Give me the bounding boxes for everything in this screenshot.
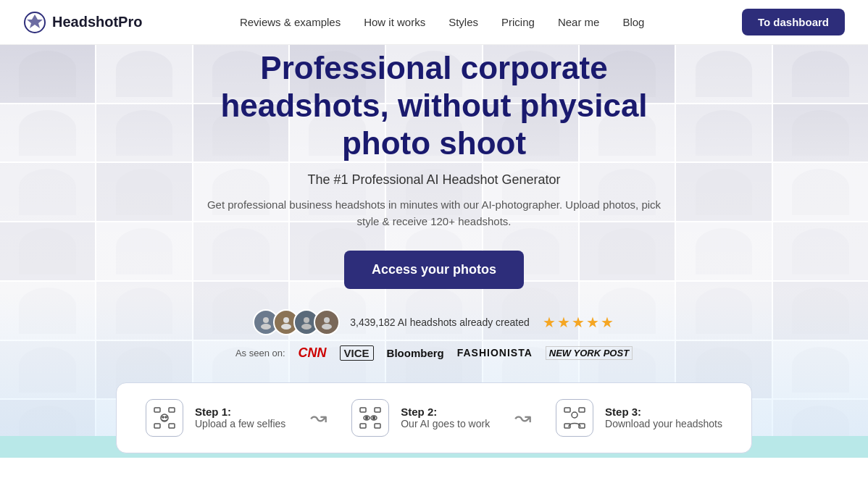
logo[interactable]: HeadshotPro xyxy=(23,11,142,34)
step-2-title: Step 2: xyxy=(401,406,490,418)
press-row: As seen on: CNN VICE Bloomberg FASHIONIS… xyxy=(199,345,669,361)
svg-point-6 xyxy=(304,317,309,323)
press-logo-cnn: CNN xyxy=(299,345,327,361)
svg-point-15 xyxy=(162,416,164,418)
step-3-title: Step 3: xyxy=(605,406,722,418)
nav-how-it-works[interactable]: How it works xyxy=(364,16,425,28)
logo-text: HeadshotPro xyxy=(52,14,142,30)
hero-subtitle: The #1 Professional AI Headshot Generato… xyxy=(199,172,669,188)
svg-rect-26 xyxy=(579,408,585,412)
star-rating: ★★★★★ xyxy=(543,314,615,331)
dashboard-button[interactable]: To dashboard xyxy=(742,9,845,35)
svg-rect-10 xyxy=(154,408,160,412)
svg-point-2 xyxy=(263,317,269,323)
avatar xyxy=(314,309,340,335)
svg-point-16 xyxy=(165,416,167,418)
svg-rect-12 xyxy=(154,424,160,428)
svg-rect-20 xyxy=(375,424,380,428)
hero-content: Professional corporate headshots, withou… xyxy=(188,49,680,360)
social-proof: 3,439,182 AI headshots already created ★… xyxy=(199,309,669,335)
svg-point-24 xyxy=(373,416,375,419)
svg-point-7 xyxy=(301,324,312,330)
person-icon xyxy=(556,399,593,437)
step-3-desc: Download your headshots xyxy=(605,418,722,429)
step-3-text: Step 3: Download your headshots xyxy=(605,406,722,429)
steps-bar: Step 1: Upload a few selfies ↝ xyxy=(116,382,752,453)
nav-pricing[interactable]: Pricing xyxy=(501,16,535,28)
svg-marker-1 xyxy=(27,14,43,28)
step-2-desc: Our AI goes to work xyxy=(401,418,490,429)
step-arrow-2: ↝ xyxy=(507,406,538,429)
hero-description: Get professional business headshots in m… xyxy=(199,196,669,230)
hero-title: Professional corporate headshots, withou… xyxy=(199,49,669,162)
svg-point-5 xyxy=(281,324,291,330)
svg-rect-13 xyxy=(169,424,175,428)
svg-point-3 xyxy=(261,324,271,330)
nav-near-me[interactable]: Near me xyxy=(558,16,600,28)
svg-rect-18 xyxy=(375,408,380,412)
header: HeadshotPro Reviews & examples How it wo… xyxy=(0,0,868,45)
svg-point-8 xyxy=(324,317,330,323)
nav-blog[interactable]: Blog xyxy=(622,16,644,28)
hero-section: Professional corporate headshots, withou… xyxy=(0,45,868,458)
press-logo-bloomberg: Bloomberg xyxy=(387,347,444,359)
logo-icon xyxy=(23,11,46,34)
svg-point-9 xyxy=(322,324,332,330)
step-arrow-1: ↝ xyxy=(303,406,334,429)
selfie-icon xyxy=(146,399,183,437)
svg-point-4 xyxy=(283,317,289,323)
press-logo-vice: VICE xyxy=(340,345,374,361)
press-logo-fashionista: FASHIONISTA xyxy=(457,347,533,358)
press-label: As seen on: xyxy=(235,348,285,358)
proof-text: 3,439,182 AI headshots already created xyxy=(350,316,530,328)
svg-rect-11 xyxy=(169,408,175,412)
access-photos-button[interactable]: Access your photos xyxy=(344,251,524,289)
avatar-stack xyxy=(253,309,340,335)
main-nav: Reviews & examples How it works Styles P… xyxy=(240,16,645,28)
nav-reviews[interactable]: Reviews & examples xyxy=(240,16,341,28)
svg-point-29 xyxy=(572,412,577,418)
svg-rect-17 xyxy=(360,408,366,412)
svg-rect-19 xyxy=(360,424,366,428)
step-2: Step 2: Our AI goes to work xyxy=(351,399,490,437)
step-1-desc: Upload a few selfies xyxy=(195,418,285,429)
step-3: Step 3: Download your headshots xyxy=(556,399,722,437)
nav-styles[interactable]: Styles xyxy=(448,16,478,28)
step-1-text: Step 1: Upload a few selfies xyxy=(195,406,285,429)
svg-point-22 xyxy=(366,416,368,419)
step-2-text: Step 2: Our AI goes to work xyxy=(401,406,490,429)
step-1-title: Step 1: xyxy=(195,406,285,418)
svg-rect-25 xyxy=(564,408,570,412)
ai-icon xyxy=(351,399,389,437)
press-logo-nypost: NEW YORK POST xyxy=(546,346,633,360)
step-1: Step 1: Upload a few selfies xyxy=(146,399,285,437)
